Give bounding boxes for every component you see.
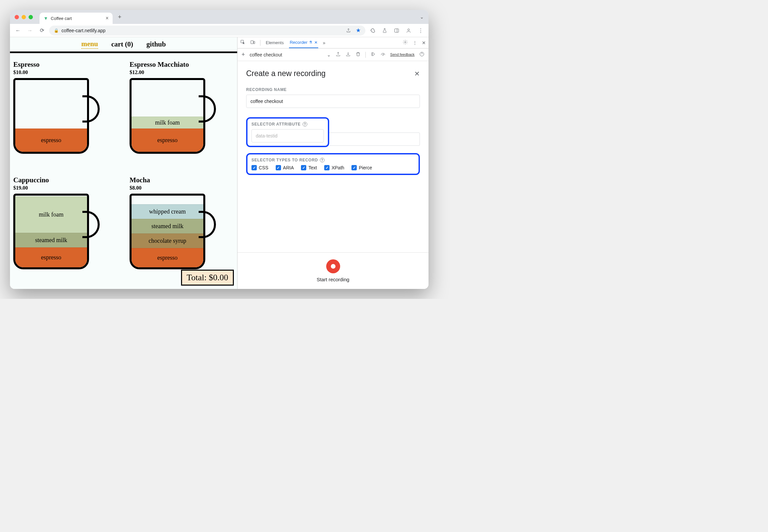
product-card[interactable]: Espresso$10.00espresso xyxy=(13,60,118,170)
panel-close-button[interactable]: ✕ xyxy=(414,70,420,78)
selector-types-label-text: SELECTOR TYPES TO RECORD xyxy=(251,158,318,162)
cup-layer: milk foam xyxy=(15,196,87,233)
recorder-body: Create a new recording ✕ RECORDING NAME … xyxy=(238,61,429,252)
send-feedback-link[interactable]: Send feedback xyxy=(390,52,415,56)
product-card[interactable]: Mocha$8.00whipped creamsteamed milkchoco… xyxy=(130,176,234,286)
product-name: Espresso Macchiato xyxy=(130,60,234,69)
devtools-tabs: Elements Recorder ⚗ ✕ » ⋮ ✕ xyxy=(238,37,429,48)
product-card[interactable]: Espresso Macchiato$12.00milk foamespress… xyxy=(130,60,234,170)
traffic-lights xyxy=(15,15,33,19)
svg-rect-5 xyxy=(254,41,255,44)
product-price: $8.00 xyxy=(130,185,234,191)
recording-name-input[interactable] xyxy=(246,95,420,108)
product-price: $12.00 xyxy=(130,69,234,75)
checkbox-pierce-label: Pierce xyxy=(359,165,372,170)
checkbox-xpath[interactable]: ✓XPath xyxy=(324,165,344,170)
nav-menu[interactable]: menu xyxy=(81,40,98,49)
devtools-panel: Elements Recorder ⚗ ✕ » ⋮ ✕ + coffee che… xyxy=(237,37,429,289)
product-card[interactable]: Cappuccino$19.00milk foamsteamed milkesp… xyxy=(13,176,118,286)
help-icon[interactable] xyxy=(419,51,425,58)
selector-attribute-input-overflow[interactable] xyxy=(329,133,420,146)
checkbox-aria-label: ARIA xyxy=(283,165,294,170)
profile-icon[interactable] xyxy=(404,26,413,35)
selector-attribute-highlight: SELECTOR ATTRIBUTE ? xyxy=(246,117,329,147)
coffee-cup[interactable]: espresso xyxy=(13,78,100,154)
back-button[interactable]: ← xyxy=(13,26,23,35)
tab-elements[interactable]: Elements xyxy=(265,37,284,48)
svg-rect-0 xyxy=(395,29,399,32)
cup-body: whipped creamsteamed milkchocolate syrup… xyxy=(130,194,205,269)
export-icon[interactable] xyxy=(336,51,341,58)
checkbox-pierce[interactable]: ✓Pierce xyxy=(351,165,372,170)
selector-attribute-label: SELECTOR ATTRIBUTE ? xyxy=(251,122,324,127)
new-tab-button[interactable]: + xyxy=(118,14,122,21)
cup-handle xyxy=(82,95,100,123)
extensions-icon[interactable] xyxy=(368,26,377,35)
tab-recorder[interactable]: Recorder ⚗ ✕ xyxy=(289,37,318,48)
new-recording-button[interactable]: + xyxy=(241,51,245,58)
share-icon[interactable] xyxy=(344,26,353,35)
inspect-element-icon[interactable] xyxy=(240,40,245,46)
cup-handle xyxy=(199,95,216,123)
cup-layer: espresso xyxy=(15,247,87,267)
checkbox-text[interactable]: ✓Text xyxy=(301,165,317,170)
selector-attribute-input[interactable] xyxy=(251,129,324,142)
checkbox-css[interactable]: ✓CSS xyxy=(251,165,268,170)
svg-point-7 xyxy=(383,55,383,55)
browser-menu-icon[interactable]: ⋮ xyxy=(416,26,425,35)
page: menu cart (0) github Espresso$10.00espre… xyxy=(10,37,237,289)
coffee-cup[interactable]: whipped creamsteamed milkchocolate syrup… xyxy=(130,194,216,269)
window-maximize-button[interactable] xyxy=(29,15,33,19)
coffee-cup[interactable]: milk foamespresso xyxy=(130,78,216,154)
lock-icon: 🔒 xyxy=(54,28,59,33)
nav-github[interactable]: github xyxy=(146,40,166,48)
tab-title: Coffee cart xyxy=(51,16,72,21)
cup-layer: espresso xyxy=(132,129,203,152)
cup-layer: steamed milk xyxy=(15,233,87,247)
recording-picker-chevron-icon[interactable]: ⌄ xyxy=(327,52,331,57)
address-bar: ← → ⟳ 🔒 coffee-cart.netlify.app ★ ⋮ xyxy=(10,24,429,37)
import-icon[interactable] xyxy=(345,51,351,58)
nav-cart[interactable]: cart (0) xyxy=(111,40,133,48)
delete-icon[interactable] xyxy=(355,51,361,58)
product-price: $10.00 xyxy=(13,69,118,75)
bookmark-star-icon[interactable]: ★ xyxy=(356,27,361,34)
cup-layer: chocolate syrup xyxy=(132,233,203,248)
checkbox-css-label: CSS xyxy=(259,165,268,170)
checkbox-aria[interactable]: ✓ARIA xyxy=(276,165,294,170)
cup-body: milk foamespresso xyxy=(130,78,205,154)
devtools-close-icon[interactable]: ✕ xyxy=(422,40,426,45)
reload-button[interactable]: ⟳ xyxy=(37,26,47,35)
labs-icon[interactable] xyxy=(380,26,389,35)
coffee-cup[interactable]: milk foamsteamed milkespresso xyxy=(13,194,100,269)
checkmark-icon: ✓ xyxy=(301,165,306,170)
total-badge[interactable]: Total: $0.00 xyxy=(181,270,234,286)
start-recording-button[interactable] xyxy=(326,259,340,273)
current-recording-name[interactable]: coffee checkout xyxy=(250,52,282,57)
device-toolbar-icon[interactable] xyxy=(250,40,255,46)
cup-layer: espresso xyxy=(132,248,203,267)
devtools-settings-icon[interactable] xyxy=(403,40,408,46)
browser-tab[interactable]: ▼ Coffee cart × xyxy=(40,13,113,24)
forward-button[interactable]: → xyxy=(25,26,35,35)
tabs-dropdown-button[interactable]: ⌄ xyxy=(420,14,424,20)
more-tabs-icon[interactable]: » xyxy=(323,40,326,45)
url-field[interactable]: 🔒 coffee-cart.netlify.app ★ xyxy=(49,26,365,36)
url-text: coffee-cart.netlify.app xyxy=(61,28,106,33)
tab-recorder-close[interactable]: ✕ xyxy=(314,40,318,45)
browser-window: ▼ Coffee cart × + ⌄ ← → ⟳ 🔒 coffee-cart.… xyxy=(10,10,429,289)
selector-types-highlight: SELECTOR TYPES TO RECORD ? ✓CSS ✓ARIA ✓T… xyxy=(246,153,420,175)
window-minimize-button[interactable] xyxy=(22,15,26,19)
help-circle-icon[interactable]: ? xyxy=(303,122,307,127)
devtools-menu-icon[interactable]: ⋮ xyxy=(413,40,417,45)
window-close-button[interactable] xyxy=(15,15,19,19)
replay-icon[interactable] xyxy=(370,51,376,58)
tab-close-button[interactable]: × xyxy=(106,15,109,21)
selector-types-label: SELECTOR TYPES TO RECORD ? xyxy=(251,158,415,162)
checkmark-icon: ✓ xyxy=(251,165,257,170)
performance-icon[interactable] xyxy=(380,51,386,58)
cup-body: espresso xyxy=(13,78,89,154)
help-circle-icon[interactable]: ? xyxy=(320,158,325,162)
side-panel-icon[interactable] xyxy=(392,26,401,35)
site-nav: menu cart (0) github xyxy=(10,37,237,53)
